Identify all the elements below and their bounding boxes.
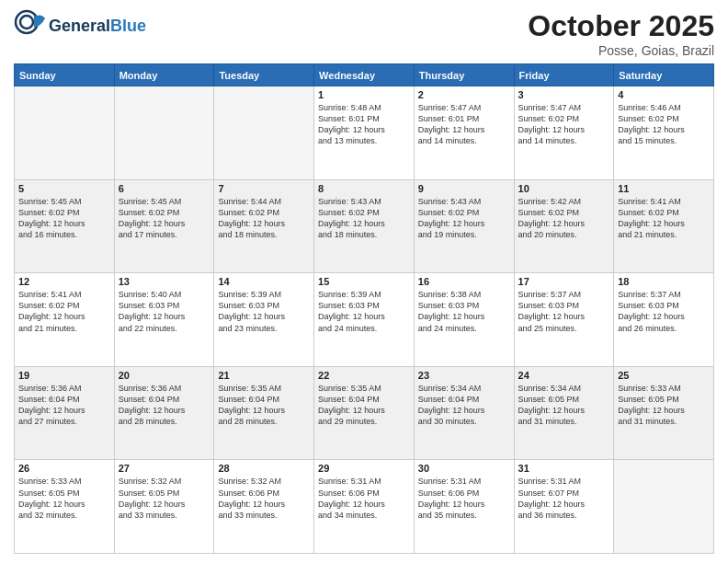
table-row: 16Sunrise: 5:38 AM Sunset: 6:03 PM Dayli… (414, 273, 514, 367)
table-row: 13Sunrise: 5:40 AM Sunset: 6:03 PM Dayli… (114, 273, 214, 367)
table-row (114, 86, 214, 180)
day-info: Sunrise: 5:37 AM Sunset: 6:03 PM Dayligh… (518, 289, 610, 334)
location: Posse, Goias, Brazil (528, 43, 714, 58)
day-number: 23 (418, 370, 510, 381)
day-number: 14 (218, 276, 310, 287)
day-info: Sunrise: 5:36 AM Sunset: 6:04 PM Dayligh… (119, 383, 210, 428)
day-number: 12 (18, 276, 110, 287)
day-number: 13 (119, 276, 210, 287)
table-row: 19Sunrise: 5:36 AM Sunset: 6:04 PM Dayli… (15, 366, 115, 460)
day-info: Sunrise: 5:34 AM Sunset: 6:04 PM Dayligh… (418, 383, 510, 428)
table-row: 28Sunrise: 5:32 AM Sunset: 6:06 PM Dayli… (214, 460, 314, 554)
day-info: Sunrise: 5:40 AM Sunset: 6:03 PM Dayligh… (119, 289, 210, 334)
day-info: Sunrise: 5:33 AM Sunset: 6:05 PM Dayligh… (18, 476, 110, 521)
table-row: 22Sunrise: 5:35 AM Sunset: 6:04 PM Dayli… (314, 366, 415, 460)
day-number: 20 (119, 370, 210, 381)
day-info: Sunrise: 5:47 AM Sunset: 6:01 PM Dayligh… (418, 102, 510, 147)
table-row: 26Sunrise: 5:33 AM Sunset: 6:05 PM Dayli… (15, 460, 115, 554)
day-number: 10 (518, 183, 610, 194)
day-info: Sunrise: 5:32 AM Sunset: 6:06 PM Dayligh… (218, 476, 310, 521)
day-number: 27 (119, 463, 210, 474)
day-number: 31 (518, 463, 610, 474)
day-info: Sunrise: 5:37 AM Sunset: 6:03 PM Dayligh… (618, 289, 710, 334)
day-number: 3 (518, 89, 610, 100)
logo: GeneralBlue (14, 9, 146, 42)
month-title: October 2025 (528, 9, 714, 43)
col-tuesday: Tuesday (214, 64, 314, 86)
table-row: 6Sunrise: 5:45 AM Sunset: 6:02 PM Daylig… (114, 179, 214, 273)
calendar-table: Sunday Monday Tuesday Wednesday Thursday… (14, 63, 714, 554)
day-number: 18 (618, 276, 710, 287)
calendar-week-row: 12Sunrise: 5:41 AM Sunset: 6:02 PM Dayli… (15, 273, 714, 367)
day-info: Sunrise: 5:45 AM Sunset: 6:02 PM Dayligh… (18, 196, 110, 241)
col-thursday: Thursday (414, 64, 514, 86)
day-info: Sunrise: 5:34 AM Sunset: 6:05 PM Dayligh… (518, 383, 610, 428)
day-number: 7 (218, 183, 310, 194)
day-info: Sunrise: 5:35 AM Sunset: 6:04 PM Dayligh… (218, 383, 310, 428)
day-info: Sunrise: 5:43 AM Sunset: 6:02 PM Dayligh… (318, 196, 410, 241)
calendar-week-row: 5Sunrise: 5:45 AM Sunset: 6:02 PM Daylig… (15, 179, 714, 273)
day-number: 21 (218, 370, 310, 381)
day-number: 15 (318, 276, 410, 287)
day-number: 2 (418, 89, 510, 100)
day-number: 19 (18, 370, 110, 381)
day-info: Sunrise: 5:46 AM Sunset: 6:02 PM Dayligh… (618, 102, 710, 147)
header: GeneralBlue October 2025 Posse, Goias, B… (14, 9, 714, 58)
day-info: Sunrise: 5:41 AM Sunset: 6:02 PM Dayligh… (618, 196, 710, 241)
day-info: Sunrise: 5:31 AM Sunset: 6:06 PM Dayligh… (318, 476, 410, 521)
table-row: 5Sunrise: 5:45 AM Sunset: 6:02 PM Daylig… (15, 179, 115, 273)
day-number: 11 (618, 183, 710, 194)
table-row (614, 460, 714, 554)
day-info: Sunrise: 5:47 AM Sunset: 6:02 PM Dayligh… (518, 102, 610, 147)
logo-icon (14, 9, 47, 42)
table-row: 21Sunrise: 5:35 AM Sunset: 6:04 PM Dayli… (214, 366, 314, 460)
col-friday: Friday (514, 64, 614, 86)
logo-blue-text: Blue (110, 17, 146, 35)
day-info: Sunrise: 5:42 AM Sunset: 6:02 PM Dayligh… (518, 196, 610, 241)
table-row (214, 86, 314, 180)
table-row (15, 86, 115, 180)
day-number: 1 (318, 89, 410, 100)
day-number: 22 (318, 370, 410, 381)
calendar-week-row: 26Sunrise: 5:33 AM Sunset: 6:05 PM Dayli… (15, 460, 714, 554)
calendar-header-row: Sunday Monday Tuesday Wednesday Thursday… (15, 64, 714, 86)
day-number: 9 (418, 183, 510, 194)
table-row: 11Sunrise: 5:41 AM Sunset: 6:02 PM Dayli… (614, 179, 714, 273)
table-row: 4Sunrise: 5:46 AM Sunset: 6:02 PM Daylig… (614, 86, 714, 180)
day-info: Sunrise: 5:32 AM Sunset: 6:05 PM Dayligh… (119, 476, 210, 521)
day-info: Sunrise: 5:36 AM Sunset: 6:04 PM Dayligh… (18, 383, 110, 428)
table-row: 20Sunrise: 5:36 AM Sunset: 6:04 PM Dayli… (114, 366, 214, 460)
day-info: Sunrise: 5:41 AM Sunset: 6:02 PM Dayligh… (18, 289, 110, 334)
table-row: 2Sunrise: 5:47 AM Sunset: 6:01 PM Daylig… (414, 86, 514, 180)
calendar-week-row: 1Sunrise: 5:48 AM Sunset: 6:01 PM Daylig… (15, 86, 714, 180)
day-info: Sunrise: 5:39 AM Sunset: 6:03 PM Dayligh… (218, 289, 310, 334)
table-row: 27Sunrise: 5:32 AM Sunset: 6:05 PM Dayli… (114, 460, 214, 554)
table-row: 14Sunrise: 5:39 AM Sunset: 6:03 PM Dayli… (214, 273, 314, 367)
table-row: 23Sunrise: 5:34 AM Sunset: 6:04 PM Dayli… (414, 366, 514, 460)
table-row: 31Sunrise: 5:31 AM Sunset: 6:07 PM Dayli… (514, 460, 614, 554)
table-row: 1Sunrise: 5:48 AM Sunset: 6:01 PM Daylig… (314, 86, 415, 180)
day-number: 29 (318, 463, 410, 474)
day-info: Sunrise: 5:35 AM Sunset: 6:04 PM Dayligh… (318, 383, 410, 428)
day-info: Sunrise: 5:39 AM Sunset: 6:03 PM Dayligh… (318, 289, 410, 334)
day-info: Sunrise: 5:48 AM Sunset: 6:01 PM Dayligh… (318, 102, 410, 147)
day-info: Sunrise: 5:31 AM Sunset: 6:07 PM Dayligh… (518, 476, 610, 521)
col-wednesday: Wednesday (314, 64, 415, 86)
table-row: 24Sunrise: 5:34 AM Sunset: 6:05 PM Dayli… (514, 366, 614, 460)
svg-point-1 (20, 16, 33, 29)
day-number: 25 (618, 370, 710, 381)
col-sunday: Sunday (15, 64, 115, 86)
day-info: Sunrise: 5:33 AM Sunset: 6:05 PM Dayligh… (618, 383, 710, 428)
day-number: 26 (18, 463, 110, 474)
col-saturday: Saturday (614, 64, 714, 86)
day-number: 4 (618, 89, 710, 100)
day-info: Sunrise: 5:45 AM Sunset: 6:02 PM Dayligh… (119, 196, 210, 241)
calendar-week-row: 19Sunrise: 5:36 AM Sunset: 6:04 PM Dayli… (15, 366, 714, 460)
title-block: October 2025 Posse, Goias, Brazil (528, 9, 714, 58)
day-info: Sunrise: 5:38 AM Sunset: 6:03 PM Dayligh… (418, 289, 510, 334)
day-number: 8 (318, 183, 410, 194)
table-row: 15Sunrise: 5:39 AM Sunset: 6:03 PM Dayli… (314, 273, 415, 367)
day-info: Sunrise: 5:43 AM Sunset: 6:02 PM Dayligh… (418, 196, 510, 241)
table-row: 7Sunrise: 5:44 AM Sunset: 6:02 PM Daylig… (214, 179, 314, 273)
day-number: 16 (418, 276, 510, 287)
